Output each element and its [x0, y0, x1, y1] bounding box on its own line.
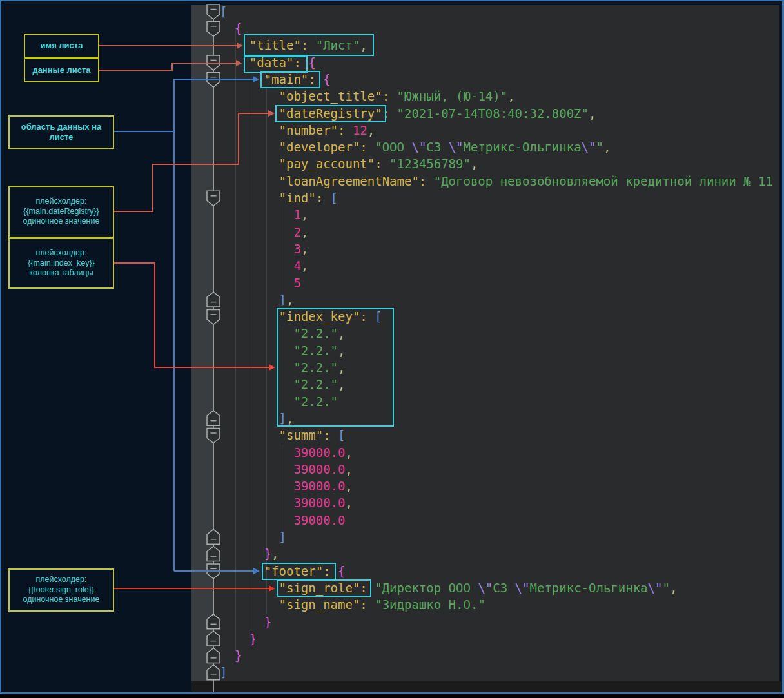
code-line[interactable]: } [220, 647, 779, 664]
code-line[interactable]: 39000.0 [220, 512, 779, 528]
code-line[interactable]: [ [220, 5, 779, 20]
highlight-dateRegistry-key [275, 105, 386, 122]
code-line[interactable]: }, [220, 545, 779, 562]
code-line[interactable]: 2, [220, 224, 779, 240]
code-line[interactable]: 3, [220, 240, 779, 257]
window-border-bottom-black [0, 694, 784, 698]
highlight-sign-role-key [277, 579, 371, 597]
code-line[interactable]: "summ": [ [220, 427, 779, 443]
label-placeholder-sign-role: плейсхолдер:{{footer.sign_role}}одиночно… [8, 568, 114, 612]
label-data-area: область данных налисте [8, 115, 114, 149]
code-line[interactable]: "pay_account": "123456789", [220, 155, 779, 172]
window-border-top [0, 0, 784, 1]
screenshot-root: [ { "title": "Лист", "data": { "main": {… [0, 0, 784, 698]
label-sheet-name: имя листа [24, 34, 99, 58]
highlight-title-key [244, 34, 374, 56]
highlight-main-key [260, 71, 320, 88]
code-line[interactable]: } [220, 630, 779, 647]
code-line[interactable]: 39000.0, [220, 478, 779, 494]
code-line[interactable]: } [220, 614, 779, 630]
code-line[interactable]: ] [220, 664, 779, 681]
label-placeholder-index-key: плейсхолдер:{{main.index_key}}колонка та… [8, 238, 114, 289]
code-line[interactable]: 39000.0, [220, 494, 779, 511]
highlight-footer-key [262, 563, 336, 580]
code-line[interactable]: 39000.0, [220, 461, 779, 478]
code-line[interactable]: "object_title": "Южный, (Ю-14)", [220, 88, 779, 104]
label-sheet-data: данные листа [24, 58, 99, 82]
code-line[interactable]: "ind": [ [220, 189, 779, 206]
code-line[interactable]: "number": 12, [220, 122, 779, 139]
highlight-index-key-array [277, 308, 394, 427]
code-line[interactable]: ] [220, 528, 779, 545]
code-line[interactable]: 5 [220, 275, 779, 291]
window-border-left [0, 0, 1, 698]
code-line[interactable]: "sign_name": "Зидрашко Н.О." [220, 596, 779, 613]
code-line[interactable]: 1, [220, 206, 779, 223]
code-line[interactable]: "loanAgreementName": "Договор невозобнов… [220, 173, 779, 189]
code-line[interactable]: 4, [220, 257, 779, 274]
code-line[interactable]: "developer": "ООО \"СЗ \"Метрикс-Ольгинк… [220, 139, 779, 155]
label-placeholder-date-registry: плейсхолдер:{{main.dateRegistry}}одиночн… [8, 186, 114, 238]
code-line[interactable]: ], [220, 291, 779, 308]
code-line[interactable]: 39000.0, [220, 444, 779, 461]
fold-gutter [191, 5, 213, 681]
editor-bottom-strip [191, 681, 784, 693]
